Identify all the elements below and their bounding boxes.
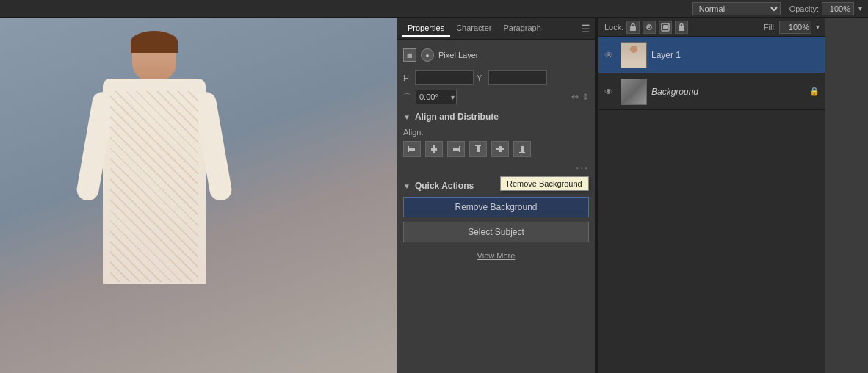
angle-input-group: ▾: [416, 90, 457, 104]
angle-icon: ⌒: [403, 92, 411, 103]
blend-opacity-area: Normal Multiply Screen Opacity: ▾: [692, 2, 868, 15]
h-y-row: H Y: [403, 70, 589, 85]
opacity-input[interactable]: [822, 2, 854, 15]
more-options-area: ···: [403, 162, 589, 173]
quick-actions-chevron-icon: ▼: [403, 182, 411, 190]
fill-dropdown-arrow[interactable]: ▾: [816, 23, 820, 31]
tab-properties[interactable]: Properties: [402, 21, 450, 37]
align-label: Align:: [403, 128, 589, 137]
photo-background: [0, 18, 397, 373]
align-left-btn[interactable]: [403, 141, 421, 157]
h-label: H: [403, 73, 412, 82]
remove-background-tooltip: Remove Background: [500, 176, 589, 191]
quick-actions-section: ▼ Quick Actions Remove Background Select…: [403, 181, 589, 260]
top-bar: Normal Multiply Screen Opacity: ▾: [0, 0, 868, 18]
svg-rect-4: [459, 146, 460, 152]
align-content: Align:: [403, 128, 589, 157]
align-top-btn[interactable]: [469, 141, 487, 157]
svg-rect-0: [408, 146, 409, 152]
pixel-layer-label: Pixel Layer: [438, 51, 478, 59]
more-dots-icon[interactable]: ···: [576, 162, 589, 173]
flip-vertical-icon[interactable]: ⇕: [582, 92, 589, 102]
layer-row-layer1[interactable]: 👁 Layer 1: [598, 37, 825, 73]
pixel-layer-row: ▦ ● Pixel Layer: [403, 46, 589, 65]
fill-input[interactable]: [779, 21, 811, 34]
layer-type-icon: ▦: [403, 48, 416, 62]
layer-row-background[interactable]: 👁 Background 🔒: [598, 73, 825, 110]
align-buttons-row: [403, 141, 589, 157]
align-section-title: Align and Distribute: [415, 112, 499, 122]
lock-fill-bar: Lock: Fill: ▾: [598, 18, 825, 37]
eye-icon-background[interactable]: 👁: [604, 87, 616, 97]
svg-rect-5: [453, 148, 459, 151]
tab-character[interactable]: Character: [450, 21, 497, 37]
lock-label: Lock:: [604, 23, 623, 32]
blend-mode-select[interactable]: Normal Multiply Screen: [692, 2, 781, 15]
y-input[interactable]: [488, 70, 547, 85]
lock-artboard-btn[interactable]: [659, 21, 672, 34]
flip-horizontal-icon[interactable]: ⇔: [571, 92, 579, 102]
svg-rect-1: [409, 148, 415, 151]
layer-mask-icon: ●: [421, 48, 434, 62]
opacity-label: Opacity:: [789, 4, 819, 13]
lock-icon-background: 🔒: [809, 87, 820, 96]
layer-thumbnail-layer1: [621, 42, 647, 68]
svg-rect-10: [519, 152, 525, 153]
layer-thumbnail-background: [621, 79, 647, 105]
photo-figure: [44, 18, 279, 373]
h-input[interactable]: [415, 70, 474, 85]
angle-dropdown-arrow[interactable]: ▾: [449, 93, 456, 101]
align-chevron-icon: ▼: [403, 113, 411, 121]
svg-point-14: [648, 26, 650, 28]
svg-rect-3: [431, 148, 437, 151]
layer-thumb-person: [621, 43, 646, 68]
main-area: Properties Character Paragraph ☰ ▦: [0, 18, 868, 373]
align-center-h-btn[interactable]: [491, 141, 509, 157]
layer-name-background: Background: [651, 87, 805, 97]
svg-rect-17: [679, 26, 684, 31]
svg-rect-11: [521, 146, 524, 152]
tab-paragraph[interactable]: Paragraph: [497, 21, 546, 37]
layer-name-layer1: Layer 1: [651, 50, 820, 60]
svg-rect-9: [499, 146, 502, 152]
opacity-dropdown-arrow[interactable]: ▾: [858, 4, 862, 12]
quick-actions-title: Quick Actions: [415, 181, 474, 191]
lock-all-btn[interactable]: [675, 21, 688, 34]
lock-position-btn[interactable]: [626, 21, 640, 34]
align-bottom-btn[interactable]: [513, 141, 531, 157]
fill-label: Fill:: [764, 23, 776, 32]
select-subject-button[interactable]: Select Subject: [403, 222, 589, 242]
panel-content: ▦ ● Pixel Layer H Y ⌒: [397, 40, 595, 373]
properties-panel: Properties Character Paragraph ☰ ▦: [397, 18, 595, 373]
panel-tabs: Properties Character Paragraph ☰: [397, 18, 595, 40]
eye-icon-layer1[interactable]: 👁: [604, 50, 616, 60]
layers-panel: Lock: Fill: ▾: [598, 18, 825, 373]
angle-row: ⌒ ▾ ⇔ ⇕: [403, 90, 589, 104]
remove-background-button[interactable]: Remove Background: [403, 197, 589, 217]
layer-thumb-bg: [621, 79, 646, 104]
svg-rect-16: [663, 25, 668, 29]
svg-rect-6: [475, 145, 481, 146]
panels-area: Properties Character Paragraph ☰ ▦: [397, 18, 868, 373]
layers-list: 👁 Layer 1 👁 Background 🔒: [598, 37, 825, 373]
angle-input[interactable]: [416, 93, 449, 101]
panel-menu-icon[interactable]: ☰: [581, 23, 590, 35]
canvas-area: [0, 18, 397, 373]
view-more-link[interactable]: View More: [403, 251, 589, 260]
align-center-v-btn[interactable]: [425, 141, 443, 157]
y-label: Y: [477, 73, 485, 82]
lock-image-btn[interactable]: [643, 21, 656, 34]
align-distribute-section-header[interactable]: ▼ Align and Distribute: [403, 112, 589, 122]
svg-rect-7: [477, 146, 480, 152]
flip-icons: ⇔ ⇕: [571, 92, 589, 102]
svg-rect-12: [630, 26, 636, 31]
align-right-btn[interactable]: [447, 141, 465, 157]
